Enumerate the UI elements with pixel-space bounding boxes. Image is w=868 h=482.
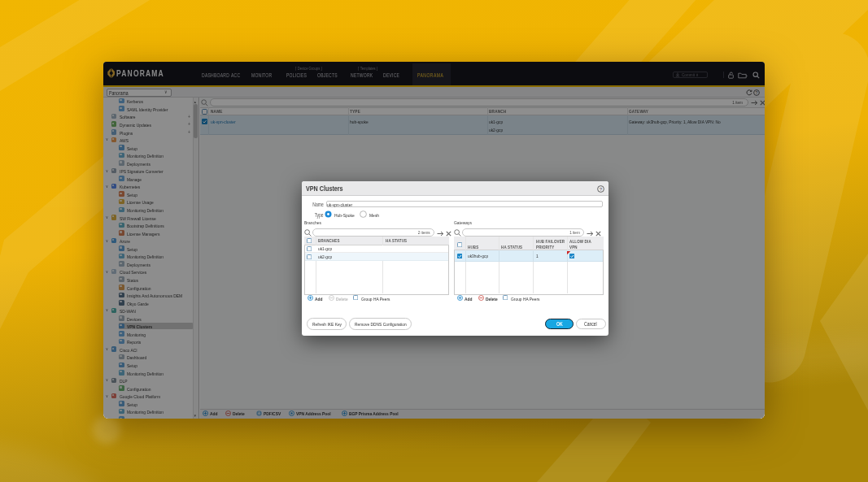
svg-text:?: ? bbox=[599, 187, 602, 192]
